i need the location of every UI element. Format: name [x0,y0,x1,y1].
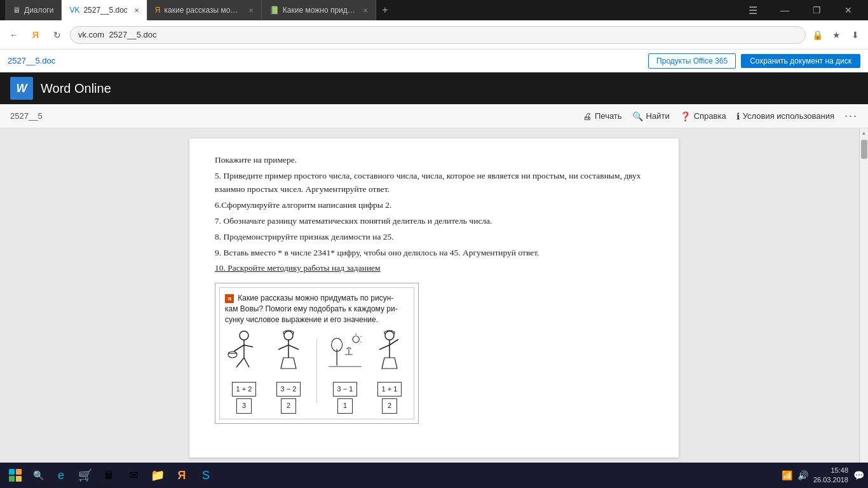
yandex-logo: Я [27,26,44,44]
find-icon: 🔍 [632,111,643,121]
stick-figure-3 [326,329,364,380]
menu-icon[interactable]: ☰ [738,0,768,20]
window-controls: ☰ — ❐ ✕ [738,0,863,20]
refresh-button[interactable]: ↻ [48,26,66,44]
word-logo: W [10,77,33,100]
save-to-disk-button[interactable]: Сохранить документ на диск [741,54,860,68]
minimize-button[interactable]: — [770,0,799,20]
tab-word-icon: 📗 [269,6,279,15]
scrollbar-right[interactable]: ▲ [859,128,868,468]
embed-title-line2: кам Вовы? Помоги ему подобрать к каждому… [225,304,398,313]
taskbar-calc[interactable]: 🖩 [98,464,121,487]
more-options-button[interactable]: ··· [844,109,858,123]
document-container[interactable]: Покажите на примере. 5. Приведите пример… [0,128,868,468]
document-page: Покажите на примере. 5. Приведите пример… [189,139,679,458]
tab-dialogi[interactable]: 🖥 Диалоги [5,0,62,20]
restore-button[interactable]: ❐ [802,0,831,20]
answer-2: 2 [281,398,296,414]
terms-action[interactable]: ℹ Условия использования [736,111,834,121]
tab-word[interactable]: 📗 Какие можно придумать в... ✕ [262,0,376,20]
help-icon: ❓ [680,111,691,121]
close-icon: ✕ [844,5,852,15]
tab-vk-doc-label: 2527__5.doc [83,6,127,15]
answer-3: 1 [337,398,353,414]
toolbar-actions: 🖨 Печать 🔍 Найти ❓ Справка ℹ Условия исп… [583,109,858,123]
svg-point-12 [353,336,359,342]
stick-figure-2 [269,329,308,380]
taskbar: 🔍 e 🛒 🖩 ✉ 📁 Я S 📶 🔊 15:48 26.03.2018 💬 [0,463,868,488]
network-icon: 📶 [782,470,792,480]
doc-title-text: 2527__5.doc [8,56,55,65]
taskbar-folder[interactable]: 📁 [146,464,169,487]
download-icon[interactable]: ⬇ [848,27,863,43]
taskbar-yandex[interactable]: Я [170,464,193,487]
title-bar: 🖥 Диалоги VK 2527__5.doc ✕ Я какие расск… [0,0,868,20]
svg-line-14 [360,336,362,337]
folder-icon: 📁 [151,468,165,482]
tab-word-close[interactable]: ✕ [363,7,368,14]
taskbar-tray: 📶 🔊 15:48 26.03.2018 💬 [782,466,864,485]
expr-2: 3 − 2 [276,382,301,397]
find-label: Найти [646,111,670,121]
windows-logo [9,469,22,482]
figure-3: 3 − 1 1 [326,329,364,414]
help-label: Справка [694,111,726,121]
doc-title-link[interactable]: 2527__5.doc [8,56,55,65]
embed-inner: Я Какие рассказы можно придумать по рису… [219,287,414,419]
figure-4: 1 + 1 2 [370,329,409,414]
print-label: Печать [595,111,622,121]
stick-figure-4 [370,329,409,380]
svg-line-5 [244,358,249,367]
tab-dialogi-icon: 🖥 [13,6,20,15]
terms-label: Условия использования [743,111,834,121]
tab-vk-doc[interactable]: VK 2527__5.doc ✕ [62,0,147,20]
answer-4: 2 [382,398,397,414]
tray-date-value: 26.03.2018 [813,475,848,485]
taskbar-search[interactable]: 🔍 [28,465,48,485]
taskbar-edge[interactable]: e [50,464,72,487]
svg-line-11 [288,345,299,349]
figure-2: 3 − 2 2 [269,329,308,414]
yandex-logo-text: Я [32,29,39,40]
svg-line-3 [244,345,253,347]
para-4: 8. Продемонстрируйте признак делимости н… [215,231,653,244]
taskbar-store[interactable]: 🛒 [74,464,97,487]
embed-title: Я Какие рассказы можно придумать по рису… [225,293,409,325]
scroll-up-arrow[interactable]: ▲ [860,128,869,137]
volume-icon: 🔊 [797,470,808,480]
taskbar-mail[interactable]: ✉ [122,464,145,487]
para-0: Покажите на примере. [215,154,653,167]
help-action[interactable]: ❓ Справка [680,111,726,121]
find-action[interactable]: 🔍 Найти [632,111,670,121]
document-name: 2527__5 [10,111,43,121]
start-button[interactable] [4,464,27,487]
url-input[interactable] [70,26,806,44]
print-action[interactable]: 🖨 Печать [583,111,622,121]
svg-point-0 [240,331,248,340]
tab-list: 🖥 Диалоги VK 2527__5.doc ✕ Я какие расск… [5,0,738,20]
tab-yandex[interactable]: Я какие рассказы можно пр... ✕ [147,0,262,20]
minimize-icon: — [780,5,789,15]
main-area: Покажите на примере. 5. Приведите пример… [0,128,868,468]
embedded-image: Я Какие рассказы можно придумать по рису… [215,283,419,424]
office-products-button[interactable]: Продукты Office 365 [648,53,736,69]
print-icon: 🖨 [583,111,592,121]
taskbar-skype[interactable]: S [194,464,217,487]
calc-icon: 🖩 [104,469,115,482]
svg-point-6 [228,351,237,358]
tab-word-label: Какие можно придумать в... [283,6,356,15]
para-1: 5. Приведите пример простого числа, сост… [215,170,653,196]
new-tab-button[interactable]: + [376,1,394,19]
edge-icon: e [58,469,64,482]
address-bar-right-icons: 🔒 ★ ⬇ [810,27,863,43]
tab-dialogi-label: Диалоги [24,6,53,15]
close-button[interactable]: ✕ [834,0,863,20]
tab-vk-doc-close[interactable]: ✕ [134,7,139,14]
word-logo-letter: W [17,82,27,95]
back-button[interactable]: ← [5,26,23,44]
bookmark-icon[interactable]: ★ [829,27,844,43]
tab-yandex-icon: Я [155,6,161,15]
office-bar: 2527__5.doc Продукты Office 365 Сохранит… [0,50,868,72]
tab-yandex-close[interactable]: ✕ [248,7,254,14]
scroll-thumb[interactable] [861,140,867,159]
